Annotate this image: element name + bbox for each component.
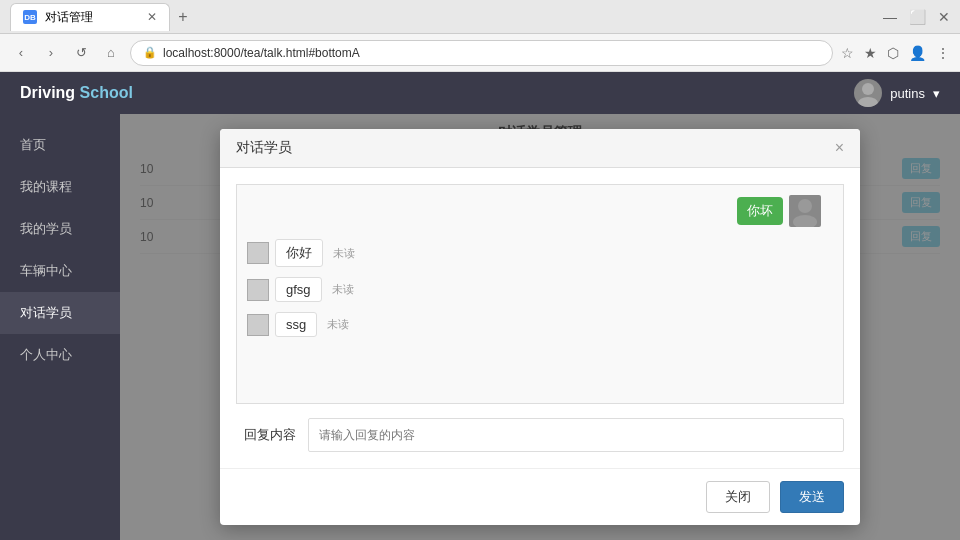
send-button[interactable]: 发送 [780, 481, 844, 513]
sidebar-item-students[interactable]: 我的学员 [0, 208, 120, 250]
user-info[interactable]: putins ▾ [854, 79, 940, 107]
close-window-button[interactable]: ✕ [938, 9, 950, 25]
new-tab-button[interactable]: + [170, 4, 196, 30]
sidebar-item-dialog[interactable]: 对话学员 [0, 292, 120, 334]
minimize-button[interactable]: — [883, 9, 897, 25]
home-button[interactable]: ⌂ [100, 42, 122, 64]
tab-close-button[interactable]: ✕ [147, 10, 157, 24]
menu-icon[interactable]: ⋮ [936, 45, 950, 61]
msg-bubble-ssg: ssg [275, 312, 317, 337]
msg-avatar-left-3 [247, 314, 269, 336]
msg-bubble-gfsg: gfsg [275, 277, 322, 302]
refresh-button[interactable]: ↺ [70, 42, 92, 64]
forward-button[interactable]: › [40, 42, 62, 64]
modal-close-button[interactable]: × [835, 140, 844, 156]
user-name: putins [890, 86, 925, 101]
address-text: localhost:8000/tea/talk.html#bottomA [163, 46, 360, 60]
msg-bubble-nihao: 你好 [275, 239, 323, 267]
sidebar-item-courses[interactable]: 我的课程 [0, 166, 120, 208]
msg-avatar-right [789, 195, 821, 227]
nav-actions: ☆ ★ ⬡ 👤 ⋮ [841, 45, 950, 61]
user-avatar [854, 79, 882, 107]
logo-school: School [80, 84, 133, 101]
modal-overlay: 对话学员 × 你坏 [120, 114, 960, 540]
msg-status-1: 未读 [333, 246, 355, 261]
svg-point-3 [793, 215, 817, 227]
main-content: 对话学员管理 10 回复 10 回复 10 回复 对话学员 × [120, 114, 960, 540]
bookmark-icon[interactable]: ★ [864, 45, 877, 61]
modal-header: 对话学员 × [220, 129, 860, 168]
dialog-modal: 对话学员 × 你坏 [220, 129, 860, 525]
reply-area: 回复内容 [236, 418, 844, 452]
message-left-2: gfsg 未读 [247, 277, 821, 302]
svg-point-0 [862, 83, 874, 95]
browser-titlebar: DB 对话管理 ✕ + — ⬜ ✕ [0, 0, 960, 34]
maximize-button[interactable]: ⬜ [909, 9, 926, 25]
svg-point-1 [858, 97, 878, 107]
msg-status-3: 未读 [327, 317, 349, 332]
reply-label: 回复内容 [236, 426, 296, 444]
sidebar: 首页 我的课程 我的学员 车辆中心 对话学员 个人中心 [0, 114, 120, 540]
sidebar-item-vehicles[interactable]: 车辆中心 [0, 250, 120, 292]
message-right-1: 你坏 [247, 195, 821, 227]
sidebar-item-home[interactable]: 首页 [0, 124, 120, 166]
browser-controls: — ⬜ ✕ [883, 9, 950, 25]
modal-title: 对话学员 [236, 139, 292, 157]
extension-icon[interactable]: ⬡ [887, 45, 899, 61]
sidebar-item-profile[interactable]: 个人中心 [0, 334, 120, 376]
reply-input[interactable] [308, 418, 844, 452]
modal-body: 你坏 你好 未读 [220, 168, 860, 468]
chat-area[interactable]: 你坏 你好 未读 [236, 184, 844, 404]
address-lock-icon: 🔒 [143, 46, 157, 59]
msg-avatar-left-2 [247, 279, 269, 301]
msg-status-2: 未读 [332, 282, 354, 297]
app-logo: Driving School [20, 84, 133, 102]
modal-footer: 关闭 发送 [220, 468, 860, 525]
close-modal-button[interactable]: 关闭 [706, 481, 770, 513]
msg-bubble-youhuai: 你坏 [737, 197, 783, 225]
chat-messages: 你坏 你好 未读 [247, 195, 833, 337]
browser-tab[interactable]: DB 对话管理 ✕ [10, 3, 170, 31]
msg-avatar-left-1 [247, 242, 269, 264]
back-button[interactable]: ‹ [10, 42, 32, 64]
address-bar[interactable]: 🔒 localhost:8000/tea/talk.html#bottomA [130, 40, 833, 66]
svg-point-2 [798, 199, 812, 213]
tab-favicon: DB [23, 10, 37, 24]
logo-driving: Driving [20, 84, 75, 101]
bookmark-star-icon[interactable]: ☆ [841, 45, 854, 61]
app-header: Driving School putins ▾ [0, 72, 960, 114]
app-body: 首页 我的课程 我的学员 车辆中心 对话学员 个人中心 对话学员管理 10 回复… [0, 114, 960, 540]
user-dropdown-icon[interactable]: ▾ [933, 86, 940, 101]
browser-nav: ‹ › ↺ ⌂ 🔒 localhost:8000/tea/talk.html#b… [0, 34, 960, 72]
profile-icon[interactable]: 👤 [909, 45, 926, 61]
message-left-3: ssg 未读 [247, 312, 821, 337]
message-left-1: 你好 未读 [247, 239, 821, 267]
tab-title: 对话管理 [45, 9, 93, 26]
